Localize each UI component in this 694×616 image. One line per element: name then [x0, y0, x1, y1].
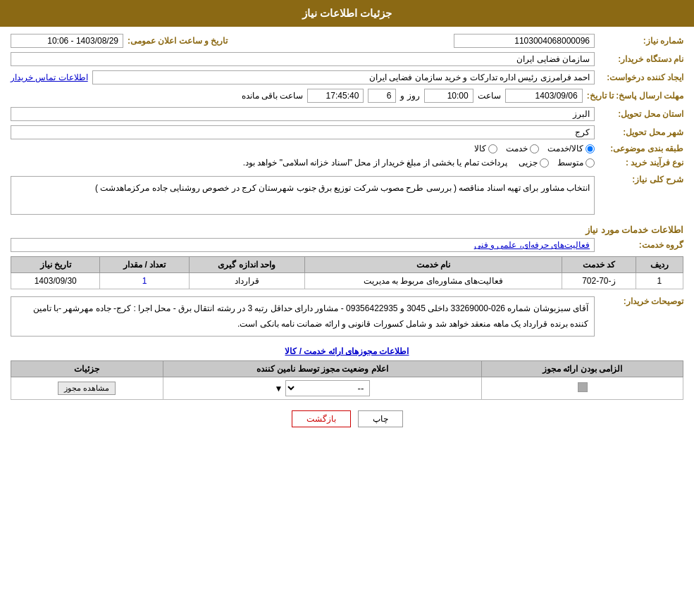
city-label: شهر محل تحویل: [599, 127, 683, 137]
category-kala-label: کالا [474, 144, 486, 153]
need-number-value: 1103004068000096 [454, 34, 595, 48]
deadline-label: مهلت ارسال پاسخ: تا تاریخ: [587, 91, 683, 101]
deadline-remaining-label: ساعت باقی مانده [242, 91, 304, 101]
content-area: شماره نیاز: 1103004068000096 تاریخ و ساع… [0, 27, 694, 445]
license-required-cell [482, 377, 683, 400]
services-title: اطلاعات خدمات مورد نیاز [11, 225, 683, 235]
back-button[interactable]: بازگشت [292, 410, 351, 427]
category-khedmat[interactable]: خدمت [506, 144, 539, 153]
buyer-desc-label: توصیحات خریدار: [599, 296, 683, 306]
category-radio-group: کالا/خدمت خدمت کالا [474, 144, 595, 153]
deadline-time-label: ساعت [478, 91, 501, 101]
col-service-name: نام خدمت [304, 257, 562, 273]
deadline-days-label: روز و [400, 91, 419, 101]
city-value: کرج [11, 125, 595, 139]
services-table: ردیف کد خدمت نام خدمت واحد اندازه گیری ت… [11, 256, 683, 289]
page-header: جزئیات اطلاعات نیاز [0, 0, 694, 27]
dropdown-icon: ▼ [274, 384, 283, 394]
license-row: -- ▼ مشاهده مجوز [11, 377, 683, 400]
print-button[interactable]: چاپ [358, 410, 403, 427]
category-kala-khedmat-radio[interactable] [585, 144, 595, 153]
row-purchase-type: نوع فرآیند خرید : متوسط جزیی پرداخت تمام… [11, 158, 683, 168]
cell-unit: قرارداد [189, 273, 304, 289]
description-label: شرح کلی نیاز: [599, 175, 683, 184]
table-row: 1 ز-70-702 فعالیت‌های مشاوره‌ای مربوط به… [11, 273, 683, 289]
licenses-section: اطلاعات مجوزهای ارائه خدمت / کالا الزامی… [11, 346, 683, 400]
creator-value: احمد فرامرزی رئیس اداره تدارکات و خرید س… [92, 70, 595, 84]
province-label: استان محل تحویل: [599, 109, 683, 119]
row-province: استان محل تحویل: البرز [11, 107, 683, 121]
row-city: شهر محل تحویل: کرج [11, 125, 683, 139]
announce-time-label: تاریخ و ساعت اعلان عمومی: [128, 36, 228, 46]
row-deadline: مهلت ارسال پاسخ: تا تاریخ: 1403/09/06 سا… [11, 89, 683, 103]
col-license-details: جزئیات [11, 361, 163, 377]
category-kala-khedmat-label: کالا/خدمت [547, 144, 583, 153]
cell-service-name: فعالیت‌های مشاوره‌ای مربوط به مدیریت [304, 273, 562, 289]
announce-time-value: 1403/08/29 - 10:06 [11, 34, 123, 48]
cell-row-num: 1 [636, 273, 683, 289]
need-number-label: شماره نیاز: [599, 36, 683, 46]
buyer-org-value: سازمان فضایی ایران [11, 52, 595, 66]
show-license-button[interactable]: مشاهده مجوز [58, 382, 116, 395]
purchase-type-desc: پرداخت تمام یا بخشی از مبلغ خریدار از مح… [243, 158, 507, 168]
row-creator: ایجاد کننده درخواست: احمد فرامرزی رئیس ا… [11, 70, 683, 84]
category-khedmat-label: خدمت [506, 144, 528, 153]
category-kala-khedmat[interactable]: کالا/خدمت [547, 144, 595, 153]
category-kala[interactable]: کالا [474, 144, 497, 153]
license-status-cell: -- ▼ [163, 377, 482, 400]
deadline-date: 1403/09/06 [505, 89, 583, 103]
buyer-org-label: نام دستگاه خریدار: [599, 54, 683, 64]
deadline-remaining: 17:45:40 [307, 89, 364, 103]
service-group-label: گروه خدمت: [599, 240, 683, 250]
row-need-number: شماره نیاز: 1103004068000096 تاریخ و ساع… [11, 34, 683, 48]
footer-buttons: چاپ بازگشت [11, 410, 683, 427]
purchase-type-group: متوسط جزیی [519, 158, 595, 168]
description-value: انتخاب مشاور برای تهیه اسناد مناقصه ( بر… [11, 176, 595, 215]
purchase-type-jozee-label: جزیی [519, 158, 538, 168]
cell-date: 1403/09/30 [11, 273, 100, 289]
creator-label: ایجاد کننده درخواست: [599, 73, 683, 82]
purchase-type-motevaset[interactable]: متوسط [557, 158, 595, 168]
cell-quantity: 1 [100, 273, 189, 289]
contact-link[interactable]: اطلاعات تماس خریدار [11, 73, 88, 82]
col-unit: واحد اندازه گیری [189, 257, 304, 273]
row-buyer-desc: توصیحات خریدار: آقای سبزبوشان شماره 026-… [11, 294, 683, 339]
purchase-type-jozee-radio[interactable] [540, 158, 549, 168]
col-quantity: تعداد / مقدار [100, 257, 189, 273]
deadline-time: 10:00 [424, 89, 473, 103]
purchase-type-motevaset-label: متوسط [557, 158, 583, 168]
page-wrapper: جزئیات اطلاعات نیاز شماره نیاز: 11030040… [0, 0, 694, 616]
row-category: طبقه بندی موضوعی: کالا/خدمت خدمت کالا [11, 144, 683, 153]
purchase-type-motevaset-radio[interactable] [585, 158, 595, 168]
row-description: شرح کلی نیاز: انتخاب مشاور برای تهیه اسن… [11, 172, 683, 219]
license-required-checkbox[interactable] [578, 382, 588, 392]
category-label: طبقه بندی موضوعی: [599, 144, 683, 153]
license-details-cell: مشاهده مجوز [11, 377, 163, 400]
row-buyer-org: نام دستگاه خریدار: سازمان فضایی ایران [11, 52, 683, 66]
deadline-days: 6 [368, 89, 396, 103]
category-kala-radio[interactable] [488, 144, 497, 153]
col-row-num: ردیف [636, 257, 683, 273]
cell-service-code: ز-70-702 [562, 273, 636, 289]
buyer-desc-value: آقای سبزبوشان شماره 026-33269000 داخلی 3… [11, 296, 595, 337]
page-title: جزئیات اطلاعات نیاز [302, 7, 392, 19]
licenses-table: الزامی بودن ارائه مجوز اعلام وضعیت مجوز … [11, 360, 683, 400]
purchase-type-jozee[interactable]: جزیی [519, 158, 549, 168]
col-service-code: کد خدمت [562, 257, 636, 273]
row-service-group: گروه خدمت: فعالیت‌های حرفه‌ای، علمی و فن… [11, 238, 683, 252]
col-date: تاریخ نیاز [11, 257, 100, 273]
licenses-title[interactable]: اطلاعات مجوزهای ارائه خدمت / کالا [11, 346, 683, 356]
col-license-status: اعلام وضعیت مجوز توسط نامین کننده [163, 361, 482, 377]
col-license-required: الزامی بودن ارائه مجوز [482, 361, 683, 377]
province-value: البرز [11, 107, 595, 121]
purchase-type-label: نوع فرآیند خرید : [599, 158, 683, 168]
category-khedmat-radio[interactable] [530, 144, 539, 153]
license-status-select[interactable]: -- [285, 380, 370, 396]
service-group-value: فعالیت‌های حرفه‌ای، علمی و فنی [11, 238, 595, 252]
